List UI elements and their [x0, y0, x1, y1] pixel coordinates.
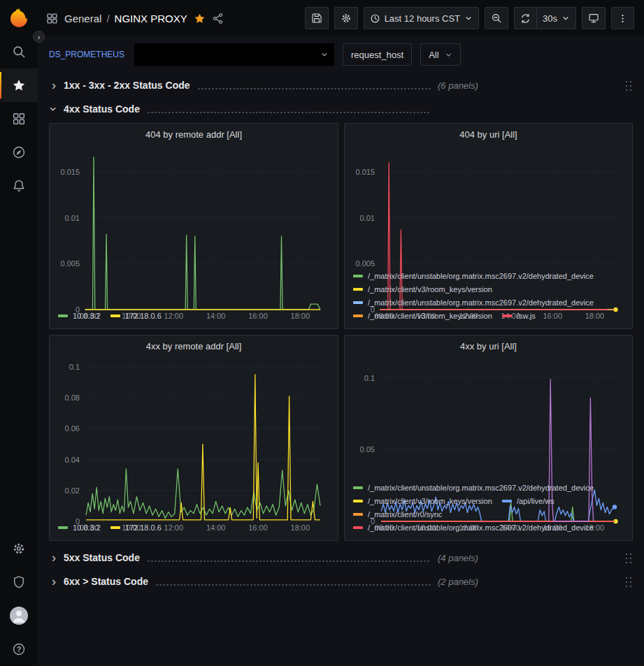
legend-item[interactable]: /_matrix/client/unstable/org.matrix.msc2… — [353, 483, 594, 493]
row-5xx-status-code[interactable]: › 5xx Status Code (4 panels) — [49, 548, 633, 567]
dashboard: › 1xx - 3xx - 2xx Status Code (6 panels)… — [38, 68, 644, 666]
legend-swatch — [353, 301, 363, 304]
legend-label: 172.18.0.6 — [125, 311, 162, 321]
legend-label: /_matrix/client/unstable/org.matrix.msc2… — [368, 483, 594, 493]
gear-icon — [341, 13, 352, 24]
sidebar-item-alerting[interactable] — [0, 169, 38, 203]
chart-4xx-by-uri[interactable]: 08:0010:0012:0014:0016:0018:0000.050.1 — [350, 355, 627, 481]
share-icon[interactable] — [212, 13, 224, 24]
search-icon — [12, 45, 26, 59]
panel-title[interactable]: 4xx by uri [All] — [350, 337, 627, 355]
refresh-group: 30s — [514, 7, 576, 29]
panel-404-by-remote-addr: 404 by remote addr [All] 08:0010:0012:00… — [49, 123, 338, 329]
legend-item[interactable]: /_matrix/client/unstable/org.matrix.msc2… — [353, 523, 594, 533]
row-panel-count: (2 panels) — [438, 577, 478, 587]
panel-title[interactable]: 404 by remote addr [All] — [55, 125, 332, 143]
chart-404-by-uri[interactable]: 08:0010:0012:0014:0016:0018:0000.0050.01… — [350, 143, 627, 269]
chevron-right-icon: › — [49, 553, 59, 563]
legend-swatch — [353, 288, 363, 291]
row-title: 5xx Status Code — [64, 552, 140, 563]
row-4xx-status-code[interactable]: › 4xx Status Code — [49, 99, 633, 119]
sidebar-item-explore[interactable] — [0, 136, 38, 169]
clock-icon — [370, 13, 380, 24]
legend-swatch — [353, 314, 363, 317]
legend-item[interactable]: 10.0.3.2 — [58, 523, 101, 533]
row-1xx-3xx-2xx-status-code[interactable]: › 1xx - 3xx - 2xx Status Code (6 panels) — [49, 75, 633, 95]
sidebar-item-help[interactable]: ? — [0, 632, 38, 666]
breadcrumb[interactable]: General / NGINX PROXY — [64, 13, 187, 24]
legend-item[interactable]: /sw.js — [502, 311, 536, 321]
legend-item[interactable]: /_matrix/client/v3/room_keys/version — [353, 496, 492, 506]
legend-item[interactable]: 172.18.0.6 — [110, 523, 162, 533]
legend-item[interactable]: /_matrix/client/v3/room_keys/version — [353, 311, 492, 321]
legend-item[interactable]: /_matrix/client/unstable/org.matrix.msc2… — [353, 298, 594, 307]
drag-handle-icon[interactable] — [624, 552, 633, 564]
monitor-icon — [588, 13, 599, 24]
sidebar-item-server-admin[interactable] — [0, 565, 38, 599]
legend-item[interactable]: /_matrix/client/unstable/org.matrix.msc2… — [353, 271, 594, 281]
avatar — [10, 607, 28, 625]
sidebar-item-search[interactable] — [0, 35, 38, 68]
dashboard-settings-button[interactable] — [334, 7, 358, 29]
save-dashboard-button[interactable] — [305, 7, 329, 29]
row-panel-count: (4 panels) — [438, 553, 478, 563]
panel-title[interactable]: 404 by uri [All] — [350, 125, 627, 143]
chevron-right-icon: › — [49, 577, 59, 586]
svg-text:0.015: 0.015 — [60, 168, 80, 176]
sidebar-expand-button[interactable]: › — [33, 31, 45, 43]
row-title: 4xx Status Code — [64, 103, 140, 115]
legend-label: /_matrix/client/unstable/org.matrix.msc2… — [368, 271, 594, 281]
svg-text:0.05: 0.05 — [360, 445, 375, 454]
chevron-down-icon — [464, 14, 473, 22]
refresh-button[interactable] — [514, 7, 537, 29]
legend-label: /sw.js — [517, 311, 536, 321]
variable-ds-value-dropdown[interactable] — [134, 43, 334, 66]
breadcrumb-section[interactable]: General — [64, 13, 101, 24]
chart-404-by-remote-addr[interactable]: 08:0010:0012:0014:0016:0018:0000.0050.01… — [55, 143, 332, 309]
svg-text:0.005: 0.005 — [60, 259, 80, 268]
legend-swatch — [502, 500, 512, 502]
legend-swatch — [353, 526, 363, 529]
legend-swatch — [353, 275, 363, 277]
sidebar-item-configuration[interactable] — [0, 532, 38, 565]
chart-4xx-by-remote-addr[interactable]: 08:0010:0012:0014:0016:0018:0000.020.040… — [55, 355, 332, 521]
kebab-menu-button[interactable] — [611, 7, 634, 29]
legend-swatch — [353, 500, 363, 502]
drag-handle-icon[interactable] — [624, 80, 633, 92]
legend-item[interactable]: 10.0.3.2 — [58, 311, 101, 321]
time-range-picker[interactable]: Last 12 hours CST — [364, 7, 479, 29]
apps-grid-icon[interactable] — [46, 13, 58, 24]
legend: 10.0.3.2172.18.0.6 — [55, 521, 332, 536]
svg-text:0.01: 0.01 — [65, 214, 80, 222]
variable-host-label[interactable]: request_host — [343, 43, 412, 66]
zoom-out-button[interactable] — [485, 7, 508, 29]
panel-title[interactable]: 4xx by remote addr [All] — [55, 337, 332, 355]
legend-item[interactable]: /_matrix/client/r0/sync — [353, 509, 442, 519]
legend-item[interactable]: /_matrix/client/v3/room_keys/version — [353, 284, 492, 294]
drag-handle-icon[interactable] — [624, 576, 633, 588]
grafana-logo[interactable] — [0, 0, 38, 35]
time-range-label: Last 12 hours CST — [385, 13, 460, 24]
legend-item[interactable]: /api/live/ws — [502, 496, 554, 506]
svg-text:0.1: 0.1 — [364, 374, 375, 382]
zoom-out-icon — [491, 13, 502, 24]
legend-swatch — [110, 314, 120, 317]
row-title: 6xx > Status Code — [64, 576, 148, 587]
refresh-interval-dropdown[interactable]: 30s — [537, 7, 576, 29]
tv-mode-button[interactable] — [582, 7, 606, 29]
legend-label: /_matrix/client/r0/sync — [368, 509, 442, 519]
sidebar-item-starred[interactable] — [0, 68, 38, 102]
variable-host-value-dropdown[interactable]: All — [420, 43, 460, 66]
shield-icon — [12, 575, 26, 589]
row-6xx-status-code[interactable]: › 6xx > Status Code (2 panels) — [49, 572, 633, 591]
panel-grid: 404 by remote addr [All] 08:0010:0012:00… — [49, 123, 633, 541]
legend-label: /_matrix/client/v3/room_keys/version — [368, 311, 492, 321]
sidebar-item-dashboards[interactable] — [0, 102, 38, 136]
chevron-right-icon: › — [38, 32, 41, 42]
legend-item[interactable]: 172.18.0.6 — [110, 311, 162, 321]
dashboard-title[interactable]: NGINX PROXY — [115, 13, 187, 24]
sidebar-item-profile[interactable] — [0, 599, 38, 632]
legend-swatch — [58, 526, 68, 529]
favorite-star-icon[interactable] — [194, 13, 206, 24]
variable-ds-label[interactable]: DS_PROMETHEUS — [49, 50, 124, 59]
